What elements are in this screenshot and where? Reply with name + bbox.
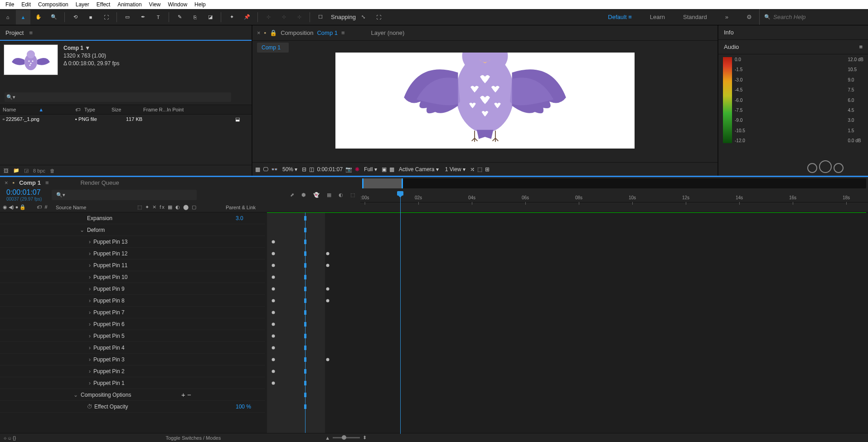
- keyframe[interactable]: [272, 346, 275, 350]
- layer-property-row[interactable]: ›Puppet Pin 6: [0, 318, 265, 330]
- flowchart-icon[interactable]: ⬓: [235, 116, 240, 122]
- keyframe[interactable]: [272, 299, 275, 303]
- twirl-icon[interactable]: ›: [0, 262, 93, 269]
- workspace-default[interactable]: Default ≡: [605, 12, 634, 22]
- roto-tool-icon[interactable]: ✦: [224, 10, 239, 24]
- layer-property-row[interactable]: ⏱Effect Opacity100 %⊚: [0, 401, 265, 413]
- keyframe-lane[interactable]: [265, 283, 868, 295]
- keyframe[interactable]: [272, 382, 275, 385]
- axis-world-icon[interactable]: ⊹: [276, 10, 291, 24]
- keyframe-lane[interactable]: [265, 342, 868, 354]
- keyframe[interactable]: [326, 358, 330, 361]
- stopwatch-icon[interactable]: ⏱: [87, 404, 92, 410]
- view-layout-dropdown[interactable]: 1 View ▾: [445, 166, 466, 173]
- layer-property-row[interactable]: ›Puppet Pin 3: [0, 354, 265, 365]
- active-comp-name[interactable]: Comp 1: [317, 29, 338, 36]
- keyframe[interactable]: [272, 264, 275, 267]
- keyframe-lane[interactable]: [265, 271, 868, 283]
- timeline-tracks[interactable]: [265, 212, 868, 433]
- new-folder-icon[interactable]: 📁: [13, 168, 19, 173]
- toggle-alpha-icon[interactable]: ▦: [255, 166, 260, 173]
- comp-name[interactable]: Comp 1: [63, 45, 83, 51]
- toggle-switches-modes[interactable]: Toggle Switches / Modes: [165, 435, 221, 441]
- comp-canvas[interactable]: [335, 53, 635, 149]
- keyframe[interactable]: [272, 323, 275, 326]
- snapping-checkbox[interactable]: ☐: [313, 10, 328, 24]
- roi-icon[interactable]: ▣: [382, 166, 387, 173]
- color-depth[interactable]: 8 bpc: [33, 168, 45, 173]
- project-item-row[interactable]: ▫ 222567-_1.png ▪ PNG file 117 KB ⬓: [0, 115, 252, 124]
- twirl-icon[interactable]: ›: [0, 321, 93, 327]
- close-icon[interactable]: ×: [257, 29, 261, 36]
- col-name[interactable]: Name▲: [3, 107, 75, 112]
- zoom-in-icon[interactable]: ⬍: [363, 435, 367, 441]
- twirl-icon[interactable]: ›: [0, 356, 93, 363]
- add-remove-icon[interactable]: + −: [181, 391, 191, 399]
- menu-window[interactable]: Window: [164, 0, 191, 9]
- panel-menu-icon[interactable]: ≡: [859, 43, 863, 50]
- twirl-icon[interactable]: ⌄: [0, 227, 87, 233]
- keyframe-lane[interactable]: [265, 248, 868, 259]
- workspace-standard[interactable]: Standard: [680, 12, 710, 22]
- res-auto-icon[interactable]: ⊟: [302, 166, 306, 173]
- twirl-icon[interactable]: ›: [0, 309, 93, 316]
- keyframe-lane[interactable]: [265, 307, 868, 318]
- lock-icon[interactable]: 🔒: [270, 29, 277, 36]
- keyframe-lane[interactable]: [265, 318, 868, 330]
- col-tag-icon[interactable]: 🏷: [75, 107, 84, 112]
- property-value[interactable]: 3.0: [236, 215, 243, 221]
- menu-view[interactable]: View: [145, 0, 165, 9]
- settings-icon[interactable]: ⚙: [744, 12, 755, 22]
- project-search[interactable]: 🔍▾: [5, 92, 231, 102]
- graph-editor-icon[interactable]: ⬚: [350, 192, 355, 198]
- menu-effect[interactable]: Effect: [93, 0, 114, 9]
- trash-icon[interactable]: 🗑: [50, 168, 55, 173]
- keyframe-lane[interactable]: [265, 377, 868, 389]
- keyframe[interactable]: [272, 276, 275, 279]
- source-name-header[interactable]: Source Name: [53, 205, 135, 210]
- menu-help[interactable]: Help: [191, 0, 209, 9]
- layer-property-row[interactable]: ›Puppet Pin 5: [0, 330, 265, 342]
- pen-tool-icon[interactable]: ✒: [136, 10, 150, 24]
- eraser-tool-icon[interactable]: ◪: [203, 10, 218, 24]
- menu-edit[interactable]: Edit: [18, 0, 34, 9]
- playhead[interactable]: [400, 192, 401, 434]
- time-navigator[interactable]: [362, 178, 866, 188]
- keyframe-lane[interactable]: [265, 354, 868, 365]
- info-panel-tab[interactable]: Info: [718, 25, 868, 40]
- keyframe-lane[interactable]: [265, 365, 868, 377]
- av-features-icons[interactable]: ◉ ◀) ● 🔒: [3, 204, 26, 210]
- comp-breadcrumb[interactable]: Comp 1: [257, 43, 289, 53]
- twirl-icon[interactable]: ›: [0, 274, 93, 280]
- twirl-icon[interactable]: ›: [0, 298, 93, 304]
- comp-thumbnail[interactable]: [4, 44, 58, 75]
- twirl-icon[interactable]: ›: [0, 368, 93, 375]
- puppet-tool-icon[interactable]: 📌: [240, 10, 254, 24]
- menu-layer[interactable]: Layer: [72, 0, 93, 9]
- pan-behind-tool-icon[interactable]: ⛶: [99, 10, 113, 24]
- keyframe-lane[interactable]: [265, 389, 868, 401]
- col-size[interactable]: Size: [112, 107, 143, 112]
- time-ruler[interactable]: :00s02s04s06s08s10s12s14s16s18s: [360, 177, 868, 202]
- keyframe-lane[interactable]: [265, 224, 868, 236]
- property-value[interactable]: 100 %: [236, 404, 251, 410]
- channels-icon[interactable]: ❋: [355, 166, 359, 173]
- keyframe[interactable]: [326, 288, 330, 291]
- col-inpoint[interactable]: In Point: [167, 107, 184, 112]
- keyframe-lane[interactable]: [265, 212, 868, 224]
- comp-time[interactable]: 0:00:01:07: [317, 166, 343, 173]
- search-input[interactable]: [773, 14, 850, 20]
- layer-property-row[interactable]: ›Puppet Pin 8: [0, 295, 265, 307]
- camera-tool-icon[interactable]: ■: [83, 10, 98, 24]
- level-knob-left[interactable]: [807, 163, 817, 173]
- twirl-icon[interactable]: ›: [0, 333, 93, 339]
- keyframe[interactable]: [326, 299, 330, 303]
- shy-icon[interactable]: 👻: [313, 192, 320, 198]
- layer-property-row[interactable]: ›Puppet Pin 7: [0, 307, 265, 318]
- keyframe[interactable]: [272, 311, 275, 314]
- comp-mini-flowchart-icon[interactable]: ⬈: [290, 192, 294, 198]
- current-time[interactable]: 0:00:01:07 00037 (29.97 fps): [0, 188, 48, 202]
- hand-tool-icon[interactable]: ✋: [31, 10, 46, 24]
- twirl-icon[interactable]: ›: [0, 239, 93, 245]
- layer-property-row[interactable]: ›Puppet Pin 13: [0, 236, 265, 248]
